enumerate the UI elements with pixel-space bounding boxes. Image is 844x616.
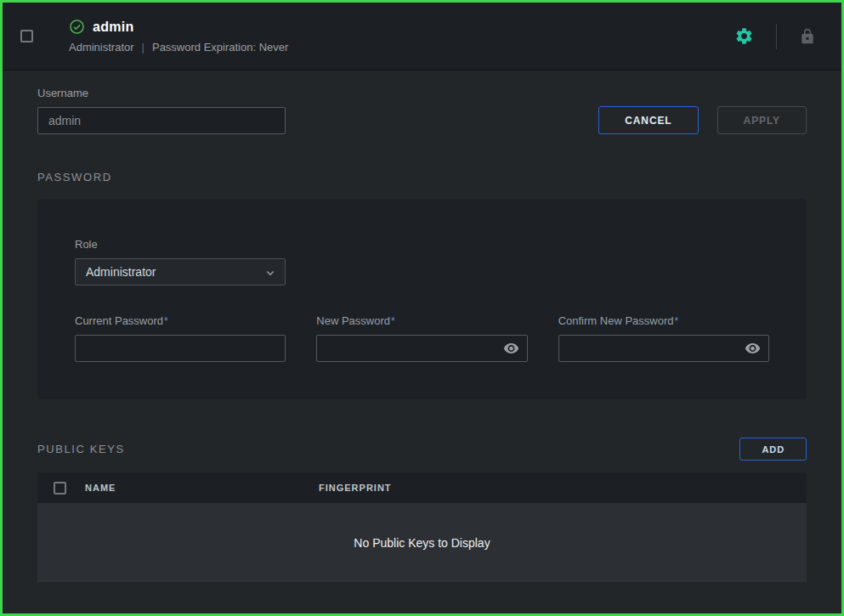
role-select[interactable]: Administrator (75, 258, 286, 285)
toggle-confirm-password-visibility[interactable] (743, 339, 762, 359)
required-marker: * (164, 315, 168, 327)
empty-table-message: No Public Keys to Display (37, 503, 807, 582)
cancel-button[interactable]: CANCEL (598, 106, 698, 134)
password-expiration-text: Password Expiration: Never (152, 41, 288, 54)
confirm-password-label: Confirm New Password* (558, 314, 769, 327)
confirm-password-input[interactable] (558, 335, 769, 362)
role-label: Role (75, 238, 286, 251)
public-keys-table: NAME FINGERPRINT No Public Keys to Displ… (37, 472, 807, 582)
username-row: Username CANCEL APPLY (37, 87, 807, 134)
user-role-text: Administrator (69, 41, 134, 54)
edit-form: Username CANCEL APPLY PASSWORD Role Admi… (3, 71, 841, 582)
settings-button[interactable] (731, 23, 757, 49)
role-field-group: Role Administrator (75, 238, 286, 285)
new-password-input[interactable] (316, 335, 527, 362)
eye-icon (745, 341, 761, 357)
header-divider (776, 24, 777, 49)
required-marker: * (674, 315, 678, 327)
user-identity: admin Administrator | Password Expiratio… (69, 19, 288, 54)
required-marker: * (391, 315, 395, 327)
password-card: Role Administrator Current Password* (37, 199, 807, 399)
password-fields: Current Password* New Password* (75, 314, 769, 362)
user-header: admin Administrator | Password Expiratio… (3, 3, 841, 71)
new-password-group: New Password* (316, 314, 527, 362)
username-input[interactable] (37, 107, 286, 134)
select-all-keys-checkbox[interactable] (54, 482, 66, 494)
subtitle-separator: | (142, 41, 144, 54)
public-keys-section: PUBLIC KEYS ADD NAME FINGERPRINT No Publ… (37, 438, 807, 582)
username-field-group: Username (37, 87, 286, 134)
column-header-name: NAME (85, 483, 319, 493)
apply-button[interactable]: APPLY (717, 106, 807, 134)
confirm-password-group: Confirm New Password* (558, 314, 769, 362)
public-keys-header: PUBLIC KEYS ADD (37, 438, 807, 461)
user-subtitle: Administrator | Password Expiration: Nev… (69, 41, 288, 54)
new-password-label: New Password* (316, 314, 527, 327)
user-details-panel: admin Administrator | Password Expiratio… (0, 0, 844, 616)
public-keys-title: PUBLIC KEYS (37, 443, 125, 455)
select-user-checkbox[interactable] (20, 30, 33, 42)
add-public-key-button[interactable]: ADD (739, 438, 807, 461)
role-select-value: Administrator (86, 265, 156, 279)
lock-button[interactable] (796, 25, 819, 48)
column-header-fingerprint: FINGERPRINT (319, 483, 392, 493)
password-section-title: PASSWORD (37, 171, 807, 184)
current-password-label: Current Password* (75, 314, 286, 327)
username-title: admin (93, 20, 134, 35)
lock-icon (799, 28, 816, 45)
toggle-new-password-visibility[interactable] (501, 339, 521, 359)
current-password-input[interactable] (75, 335, 286, 362)
eye-icon (503, 341, 519, 357)
current-password-group: Current Password* (75, 314, 286, 362)
username-label: Username (37, 87, 286, 99)
gear-icon (734, 26, 754, 46)
header-actions (731, 23, 819, 49)
public-keys-table-header: NAME FINGERPRINT (37, 472, 807, 503)
form-actions: CANCEL APPLY (598, 106, 807, 134)
chevron-down-icon (263, 265, 278, 283)
check-circle-icon (69, 19, 85, 35)
